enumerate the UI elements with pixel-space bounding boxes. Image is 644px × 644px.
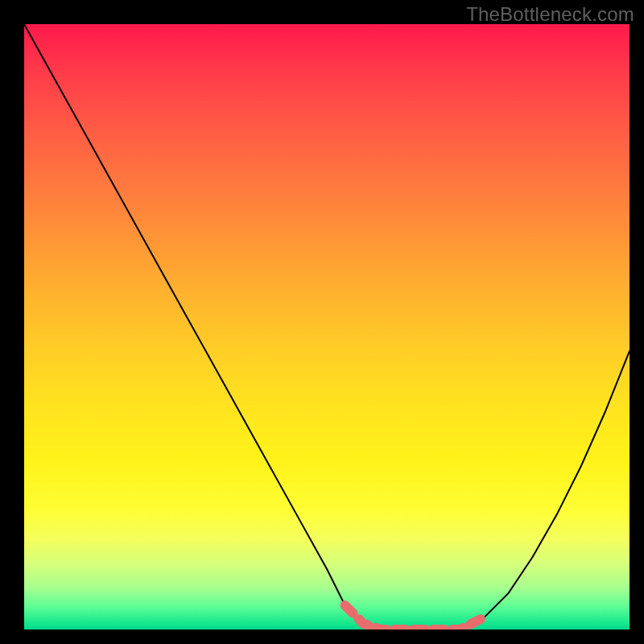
plot-area [24,24,630,630]
optimal-band-line [345,605,485,630]
bottleneck-curve-line [24,24,630,630]
curve-svg [24,24,630,630]
watermark-text: TheBottleneck.com [466,3,634,26]
chart-container: TheBottleneck.com [0,0,644,644]
